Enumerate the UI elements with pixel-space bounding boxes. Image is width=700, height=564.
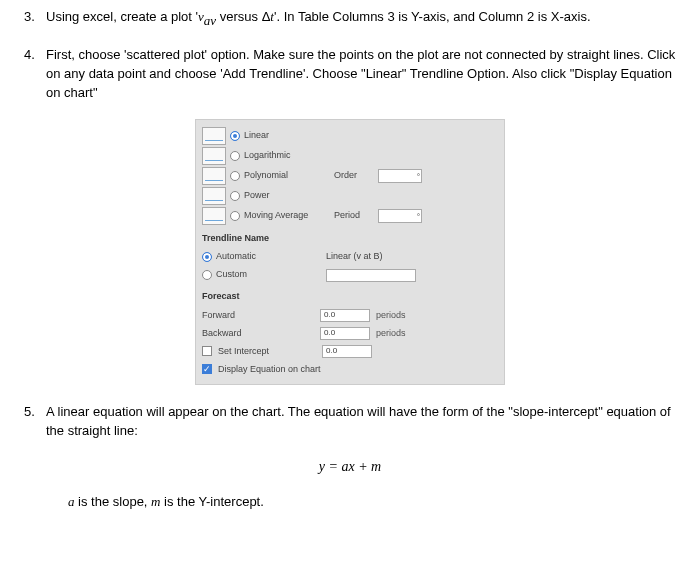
order-label: Order — [334, 169, 378, 182]
radio-auto-name[interactable] — [202, 252, 212, 262]
radio-label: Linear — [244, 129, 334, 142]
custom-name-input[interactable] — [326, 269, 416, 282]
period-label: Period — [334, 209, 378, 222]
forward-label: Forward — [202, 309, 320, 322]
radio-linear[interactable] — [230, 131, 240, 141]
forecast-backward-row: Backward 0.0 periods — [202, 324, 496, 342]
instruction-5: 5. A linear equation will appear on the … — [24, 403, 676, 441]
radio-power[interactable] — [230, 191, 240, 201]
radio-custom-name[interactable] — [202, 270, 212, 280]
auto-label: Automatic — [216, 250, 326, 263]
linear-trend-icon — [202, 127, 226, 145]
trendline-name-custom[interactable]: Custom — [202, 266, 496, 284]
instruction-list-2: 5. A linear equation will appear on the … — [24, 403, 676, 441]
equation: y = ax + m — [24, 457, 676, 477]
trendline-type-polynomial[interactable]: Polynomial Order — [202, 166, 496, 186]
item-number: 5. — [24, 403, 46, 441]
item-number: 3. — [24, 8, 46, 30]
display-equation-row[interactable]: Display Equation on chart — [202, 360, 496, 378]
radio-movavg[interactable] — [230, 211, 240, 221]
radio-label: Moving Average — [244, 209, 334, 222]
movavg-trend-icon — [202, 207, 226, 225]
slope-intercept-remark: a is the slope, m is the Y-intercept. — [68, 493, 676, 512]
intercept-input[interactable]: 0.0 — [322, 345, 372, 358]
auto-value: Linear (v at B) — [326, 250, 383, 263]
trendline-name-heading: Trendline Name — [202, 232, 496, 245]
instruction-list: 3. Using excel, create a plot 'vav versu… — [24, 8, 676, 103]
forecast-heading: Forecast — [202, 290, 496, 303]
forward-unit: periods — [376, 309, 406, 322]
trendline-options-panel: Linear Logarithmic Polynomial Order Powe… — [195, 119, 505, 385]
custom-label: Custom — [216, 268, 326, 281]
order-stepper[interactable] — [378, 169, 422, 183]
radio-label: Logarithmic — [244, 149, 334, 162]
radio-label: Polynomial — [244, 169, 334, 182]
radio-label: Power — [244, 189, 334, 202]
trendline-type-linear[interactable]: Linear — [202, 126, 496, 146]
set-intercept-checkbox[interactable] — [202, 346, 212, 356]
display-equation-checkbox[interactable] — [202, 364, 212, 374]
forecast-forward-row: Forward 0.0 periods — [202, 306, 496, 324]
forward-input[interactable]: 0.0 — [320, 309, 370, 322]
poly-trend-icon — [202, 167, 226, 185]
trendline-name-automatic[interactable]: Automatic Linear (v at B) — [202, 248, 496, 266]
trendline-type-movingavg[interactable]: Moving Average Period — [202, 206, 496, 226]
trendline-type-power[interactable]: Power — [202, 186, 496, 206]
radio-log[interactable] — [230, 151, 240, 161]
backward-input[interactable]: 0.0 — [320, 327, 370, 340]
period-stepper[interactable] — [378, 209, 422, 223]
power-trend-icon — [202, 187, 226, 205]
display-equation-label: Display Equation on chart — [218, 363, 321, 376]
log-trend-icon — [202, 147, 226, 165]
radio-poly[interactable] — [230, 171, 240, 181]
item-text: A linear equation will appear on the cha… — [46, 403, 676, 441]
set-intercept-label: Set Intercept — [218, 345, 322, 358]
set-intercept-row[interactable]: Set Intercept 0.0 — [202, 342, 496, 360]
item-text: Using excel, create a plot 'vav versus Δ… — [46, 8, 676, 30]
trendline-type-logarithmic[interactable]: Logarithmic — [202, 146, 496, 166]
backward-label: Backward — [202, 327, 320, 340]
backward-unit: periods — [376, 327, 406, 340]
instruction-3: 3. Using excel, create a plot 'vav versu… — [24, 8, 676, 30]
item-number: 4. — [24, 46, 46, 103]
item-text: First, choose 'scattered plot' option. M… — [46, 46, 676, 103]
instruction-4: 4. First, choose 'scattered plot' option… — [24, 46, 676, 103]
